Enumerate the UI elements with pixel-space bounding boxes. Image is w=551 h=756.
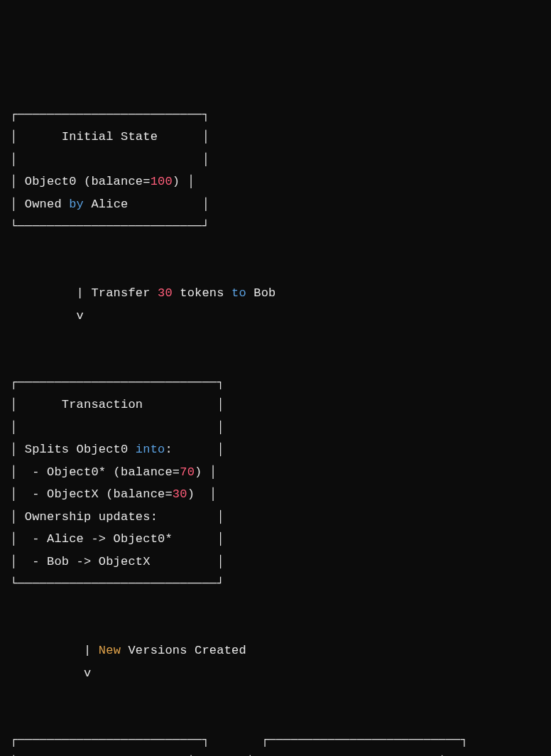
- box2-line5: │ - Alice -> Object0* │: [10, 532, 224, 546]
- arrow1-line1-b: tokens: [173, 286, 231, 300]
- to-keyword: to: [231, 286, 246, 300]
- box1-line2-b: Alice │: [84, 198, 209, 211]
- arrow1-line2: v: [10, 309, 84, 323]
- arrow2-line1-a: |: [10, 644, 99, 657]
- box2-line3-b: ) │: [187, 487, 217, 501]
- box1-line2-a: │ Owned: [10, 198, 69, 211]
- box1-blank: │ │: [10, 153, 209, 166]
- arrow1-line1-c: Bob: [246, 286, 276, 300]
- box1-bottom: └─────────────────────────┘: [10, 220, 209, 233]
- box2-line3-a: │ - ObjectX (balance=: [10, 487, 173, 501]
- box2-line4: │ Ownership updates: │: [10, 510, 224, 524]
- box2-num-30: 30: [173, 487, 187, 501]
- box1-line1-b: ) │: [173, 175, 195, 188]
- box1-balance-100: 100: [151, 175, 173, 188]
- box2-line2-a: │ - Object0* (balance=: [10, 465, 180, 479]
- box1-top: ┌─────────────────────────┐: [10, 108, 209, 122]
- box2-line1-a: │ Splits Object0: [10, 443, 136, 456]
- box2-line1-b: : │: [165, 443, 224, 456]
- box2-num-70: 70: [180, 465, 195, 479]
- box2-blank: │ │: [10, 421, 224, 434]
- box2-bottom: └───────────────────────────┘: [10, 577, 224, 590]
- box1-title: │ Initial State │: [10, 130, 209, 144]
- box2-line6: │ - Bob -> ObjectX │: [10, 555, 224, 568]
- arrow1-line1-a: | Transfer: [10, 286, 158, 300]
- box2-top: ┌───────────────────────────┐: [10, 376, 224, 389]
- box2-line2-b: ) │: [195, 465, 217, 479]
- box2-title: │ Transaction │: [10, 398, 224, 411]
- into-keyword: into: [136, 443, 165, 456]
- arrow2-line1-b: Versions Created: [121, 644, 246, 657]
- new-keyword: New: [99, 644, 121, 657]
- box1-line1-a: │ Object0 (balance=: [10, 175, 151, 188]
- box3-top: ┌─────────────────────────┐ ┌───────────…: [10, 733, 468, 747]
- arrow1-num-30: 30: [158, 286, 173, 300]
- diagram-canvas: ┌─────────────────────────┐ │ Initial St…: [10, 104, 541, 756]
- arrow2-line2: v: [10, 666, 91, 680]
- by-keyword: by: [69, 198, 84, 211]
